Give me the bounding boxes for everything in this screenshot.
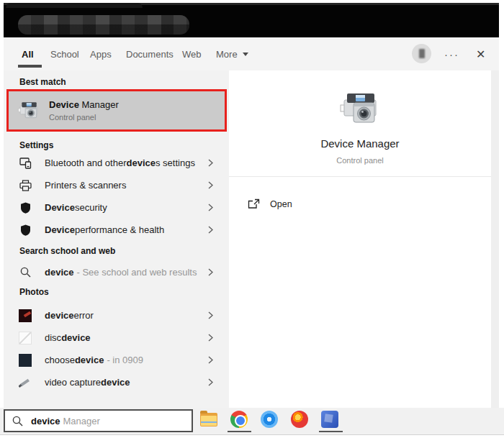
preview-panel: Device Manager Control panel Open bbox=[229, 70, 491, 408]
chevron-right-icon bbox=[208, 378, 213, 386]
settings-header: Settings bbox=[19, 140, 229, 150]
best-match-text: Device Manager Control panel bbox=[49, 99, 119, 122]
active-tab-indicator bbox=[18, 65, 42, 68]
search-suggestion-text: Manager bbox=[63, 416, 99, 426]
more-options-icon[interactable]: ··· bbox=[444, 37, 459, 70]
running-indicator bbox=[319, 431, 343, 432]
item-text-match: device bbox=[45, 267, 73, 278]
best-match-title-rest: Manager bbox=[79, 99, 119, 110]
tab-all[interactable]: All bbox=[22, 37, 34, 70]
open-label: Open bbox=[270, 199, 292, 209]
open-action[interactable]: Open bbox=[229, 199, 491, 209]
item-text-pre: disc bbox=[45, 332, 61, 343]
preview-subtitle: Control panel bbox=[229, 156, 491, 165]
item-text-match: device bbox=[45, 310, 73, 321]
item-text-match: Device bbox=[45, 224, 75, 235]
tab-more[interactable]: More bbox=[216, 37, 248, 70]
chevron-right-icon bbox=[208, 356, 213, 364]
blue-square-app-icon[interactable] bbox=[321, 411, 338, 428]
tab-documents-label: Documents bbox=[126, 49, 174, 60]
settings-item-printers[interactable]: Printers & scanners bbox=[4, 174, 229, 196]
blue-app-icon[interactable] bbox=[261, 411, 278, 428]
photo-item-video-capture[interactable]: video capture device bbox=[4, 371, 229, 393]
best-match-item[interactable]: Device Manager Control panel bbox=[9, 91, 225, 129]
photo-thumbnail-pen bbox=[18, 376, 32, 389]
search-web-item[interactable]: device- See school and web results bbox=[4, 261, 229, 283]
chevron-right-icon bbox=[208, 311, 213, 319]
search-web-header: Search school and web bbox=[19, 246, 229, 256]
search-results-list: Best match Device Manager bbox=[4, 70, 229, 408]
chevron-right-icon bbox=[208, 181, 213, 189]
photo-item-choose-device[interactable]: choose device- in 0909 bbox=[4, 349, 229, 371]
redacted-tab-title bbox=[18, 15, 189, 35]
preview-title: Device Manager bbox=[229, 137, 491, 150]
photo-thumbnail-navy bbox=[18, 354, 32, 367]
taskbar: device Manager bbox=[0, 408, 504, 434]
search-typed-text: device bbox=[31, 416, 60, 426]
search-filter-tabs: All School Apps Documents Web More ··· ✕ bbox=[4, 37, 499, 70]
tab-all-label: All bbox=[22, 49, 34, 60]
item-text-pre: Printers & scanners bbox=[45, 180, 126, 191]
tab-apps-label: Apps bbox=[90, 49, 112, 60]
tab-documents[interactable]: Documents bbox=[126, 37, 174, 70]
item-text-match: device bbox=[101, 377, 130, 388]
settings-item-device-security[interactable]: Device security bbox=[4, 196, 229, 219]
colorful-app-icon[interactable] bbox=[291, 411, 308, 428]
tab-school-label: School bbox=[50, 49, 79, 60]
settings-item-bluetooth[interactable]: Bluetooth and other devices settings bbox=[4, 152, 229, 174]
browser-tab-shape bbox=[6, 3, 143, 8]
photos-header: Photos bbox=[19, 287, 229, 297]
avatar-image bbox=[419, 49, 425, 58]
search-icon bbox=[12, 416, 23, 426]
device-manager-icon bbox=[18, 101, 40, 120]
item-text-match: Device bbox=[45, 202, 75, 213]
photo-thumbnail-light bbox=[18, 332, 32, 345]
settings-item-device-performance[interactable]: Device performance & health bbox=[4, 219, 229, 241]
close-icon[interactable]: ✕ bbox=[472, 37, 490, 70]
chrome-icon[interactable] bbox=[230, 411, 248, 428]
chevron-right-icon bbox=[208, 268, 213, 276]
photos-rows: device error disc device choose device- … bbox=[4, 304, 229, 393]
tab-web[interactable]: Web bbox=[182, 37, 202, 70]
open-window-icon bbox=[248, 199, 260, 209]
search-icon bbox=[18, 267, 32, 278]
red-highlight-box: Device Manager Control panel bbox=[6, 89, 227, 132]
tab-apps[interactable]: Apps bbox=[90, 37, 112, 70]
item-text-post: security bbox=[75, 202, 107, 213]
item-text-note: - in 0909 bbox=[107, 355, 143, 365]
search-input[interactable]: device Manager bbox=[4, 409, 193, 432]
devices-icon bbox=[18, 158, 32, 169]
best-match-title: Device Manager bbox=[49, 99, 119, 110]
tab-web-label: Web bbox=[182, 49, 202, 60]
item-text-pre: Bluetooth and other bbox=[45, 158, 126, 168]
settings-rows: Bluetooth and other devices settings Pri… bbox=[4, 152, 229, 241]
file-explorer-icon[interactable] bbox=[200, 411, 217, 428]
item-text-post: s settings bbox=[156, 158, 195, 168]
best-match-title-bold: Device bbox=[49, 99, 79, 110]
user-avatar[interactable] bbox=[412, 44, 431, 63]
chevron-right-icon bbox=[208, 226, 213, 234]
item-text-post: error bbox=[73, 310, 93, 321]
shield-icon bbox=[18, 224, 32, 236]
photo-item-disc-device[interactable]: disc device bbox=[4, 327, 229, 349]
browser-title-bar bbox=[4, 3, 499, 37]
shield-icon bbox=[18, 202, 32, 214]
tab-more-label: More bbox=[216, 49, 238, 60]
item-text-post: performance & health bbox=[75, 224, 164, 235]
best-match-header: Best match bbox=[19, 77, 229, 87]
tab-school[interactable]: School bbox=[50, 37, 79, 70]
chevron-down-icon bbox=[243, 53, 248, 56]
taskbar-bottom-divider bbox=[0, 434, 504, 435]
item-text-pre: video capture bbox=[45, 377, 101, 388]
item-text-match: device bbox=[75, 355, 104, 365]
item-text-match: device bbox=[61, 332, 90, 343]
item-text-match: device bbox=[126, 158, 155, 168]
item-text-note: - See school and web results bbox=[76, 267, 197, 278]
photo-item-device-error[interactable]: device error bbox=[4, 304, 229, 327]
item-text-pre: choose bbox=[45, 355, 75, 365]
chevron-right-icon bbox=[208, 334, 213, 342]
preview-divider bbox=[229, 176, 491, 177]
running-indicator bbox=[228, 431, 251, 432]
photo-thumbnail-dark bbox=[18, 309, 32, 322]
best-match-subtitle: Control panel bbox=[49, 113, 119, 122]
